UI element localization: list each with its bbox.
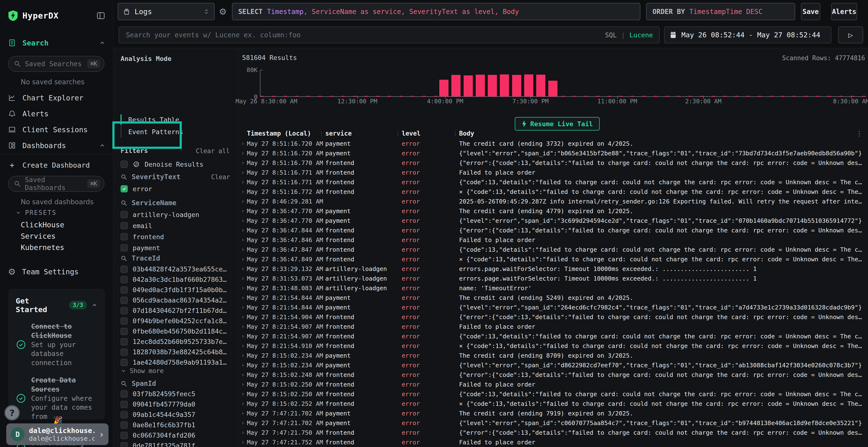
table-row[interactable]: › May 27 8:21:54.844 AM payment error {"… — [239, 303, 868, 312]
filter-option[interactable]: 12ec8dd52b60b9525733b7e… — [121, 337, 231, 347]
row-expand-chevron-icon[interactable]: › — [239, 371, 247, 378]
drag-handle-icon[interactable]: ⋮ — [395, 130, 401, 137]
row-expand-chevron-icon[interactable]: › — [239, 342, 247, 349]
sidebar-item-team-settings[interactable]: ⚙ Team Settings — [8, 265, 105, 278]
table-row[interactable]: › May 27 8:15:02.250 AM frontend error {… — [239, 389, 868, 399]
table-row[interactable]: › May 27 8:21:54.907 AM frontend error {… — [239, 332, 868, 341]
row-expand-chevron-icon[interactable]: › — [239, 198, 247, 205]
row-expand-chevron-icon[interactable]: › — [239, 391, 247, 398]
filter-option[interactable]: 09ab1c4544c9a357 — [121, 409, 231, 420]
row-expand-chevron-icon[interactable]: › — [239, 265, 247, 272]
filter-option[interactable]: 07d184304627bf2f11b67dd… — [121, 305, 231, 316]
column-header-service[interactable]: ⋮service — [325, 130, 402, 137]
row-expand-chevron-icon[interactable]: › — [239, 362, 247, 369]
table-row[interactable]: › May 27 8:21:54.910 AM frontend error ×… — [239, 341, 868, 351]
filter-option[interactable]: artillery-loadgen — [121, 209, 231, 220]
checkbox[interactable] — [121, 222, 128, 229]
table-row[interactable]: › May 27 7:47:21.702 AM payment error {"… — [239, 418, 868, 428]
row-expand-chevron-icon[interactable]: › — [239, 246, 247, 253]
row-expand-chevron-icon[interactable]: › — [239, 256, 247, 263]
table-row[interactable]: › May 27 8:51:16.771 AM frontend error {… — [239, 177, 868, 187]
sidebar-item-dashboards[interactable]: Dashboards — [8, 139, 105, 152]
drag-handle-icon[interactable]: ⋮ — [318, 130, 324, 137]
table-row[interactable]: › May 27 8:15:02.252 AM frontend error ×… — [239, 399, 868, 409]
run-query-button[interactable]: ▷ — [838, 27, 863, 43]
trace-show-more[interactable]: Show more — [121, 366, 231, 376]
row-expand-chevron-icon[interactable]: › — [239, 160, 247, 166]
filter-option[interactable]: 0de781ff325a781f — [121, 441, 231, 447]
sidebar-item-client-sessions[interactable]: Client Sessions — [8, 123, 105, 136]
row-expand-chevron-icon[interactable]: › — [239, 419, 247, 426]
sidebar-item-chart-explorer[interactable]: Chart Explorer — [8, 91, 105, 105]
checkbox[interactable] — [121, 359, 128, 366]
checkbox[interactable] — [121, 211, 128, 218]
table-row[interactable]: › May 27 8:33:29.132 AM artillery-loadge… — [239, 264, 868, 274]
table-row[interactable]: › May 27 8:36:47.849 AM frontend error ×… — [239, 254, 868, 264]
sidebar-item-alerts[interactable]: Alerts — [8, 107, 105, 121]
table-row[interactable]: › May 27 8:31:53.073 AM artillery-loadge… — [239, 274, 868, 283]
filter-option[interactable]: payment — [121, 242, 231, 253]
denoise-results-option[interactable]: Denoise Results — [121, 160, 231, 169]
row-expand-chevron-icon[interactable]: › — [239, 227, 247, 234]
row-expand-chevron-icon[interactable]: › — [239, 439, 247, 446]
table-row[interactable]: › May 27 8:51:16.771 AM frontend error F… — [239, 168, 868, 177]
row-expand-chevron-icon[interactable]: › — [239, 410, 247, 417]
alerts-button[interactable]: Alerts — [831, 3, 857, 20]
table-row[interactable]: › May 27 8:51:16.720 AM payment error {"… — [239, 148, 868, 158]
checkbox[interactable] — [121, 317, 128, 325]
row-expand-chevron-icon[interactable]: › — [239, 314, 247, 320]
table-row[interactable]: › May 27 8:51:16.770 AM frontend error {… — [239, 158, 868, 168]
checkbox[interactable] — [121, 442, 128, 447]
filter-option[interactable]: 042a30c3dc1baf660b27863… — [121, 274, 231, 285]
user-menu[interactable]: D dale@clickhouse.com dale@clickhouse.co… — [6, 423, 108, 445]
checkbox[interactable] — [121, 307, 128, 314]
row-expand-chevron-icon[interactable]: › — [239, 381, 247, 388]
row-expand-chevron-icon[interactable]: › — [239, 275, 247, 282]
row-expand-chevron-icon[interactable]: › — [239, 188, 247, 195]
row-expand-chevron-icon[interactable]: › — [239, 208, 247, 214]
checkbox[interactable] — [121, 348, 128, 356]
table-row[interactable]: › May 27 7:47:21.752 AM frontend error F… — [239, 437, 868, 447]
row-expand-chevron-icon[interactable]: › — [239, 140, 247, 147]
table-row[interactable]: › May 27 8:21:54.907 AM frontend error F… — [239, 322, 868, 332]
row-expand-chevron-icon[interactable]: › — [239, 169, 247, 176]
table-row[interactable]: › May 27 8:15:02.248 AM frontend error {… — [239, 370, 868, 380]
filter-option[interactable]: 03b44828f42a3573ea655ce… — [121, 264, 231, 274]
table-row[interactable]: › May 27 8:15:02.234 AM payment error {"… — [239, 360, 868, 370]
column-header-timestamp[interactable]: Timestamp (Local) — [239, 130, 325, 137]
filter-option[interactable]: 0f94b9befe0b4252ccfa1c8… — [121, 316, 231, 326]
row-expand-chevron-icon[interactable]: › — [239, 429, 247, 436]
preset-item[interactable]: Services — [21, 231, 107, 242]
source-select[interactable]: Logs — [118, 3, 215, 20]
checkbox[interactable] — [121, 233, 128, 240]
filter-option[interactable]: 0ae8e1f6c6b37fb1 — [121, 420, 231, 430]
table-row[interactable]: › May 27 8:36:47.770 AM payment error {"… — [239, 216, 868, 226]
filter-option[interactable]: 09041fb457779da0 — [121, 399, 231, 409]
table-row[interactable]: › May 27 8:21:54.844 AM payment error Th… — [239, 293, 868, 303]
search-icon[interactable] — [121, 174, 127, 180]
row-expand-chevron-icon[interactable]: › — [239, 400, 247, 407]
preset-item[interactable]: ClickHouse — [21, 219, 107, 231]
filter-option[interactable]: 03f7b824595feec5 — [121, 389, 231, 399]
preset-item[interactable]: Kubernetes — [21, 242, 107, 253]
sidebar-item-search[interactable]: Search — [8, 36, 105, 49]
tab-event-patterns[interactable]: Event Patterns — [122, 126, 183, 138]
help-button[interactable]: ? — [4, 405, 20, 420]
filter-option[interactable]: 0c0667304fafd206 — [121, 430, 231, 441]
table-row[interactable]: › May 27 8:36:47.846 AM frontend error F… — [239, 235, 868, 245]
get-started-step[interactable]: Create Data Sources Configure where your… — [16, 376, 98, 421]
get-started-step[interactable]: Connect to ClickHouse Set up your databa… — [16, 322, 98, 368]
severity-filter-option-error[interactable]: error — [121, 183, 231, 194]
source-settings-gear-icon[interactable]: ⚙ — [219, 7, 227, 16]
search-input[interactable] — [125, 31, 600, 39]
table-row[interactable]: › May 27 8:15:02.250 AM frontend error F… — [239, 380, 868, 389]
row-expand-chevron-icon[interactable]: › — [239, 352, 247, 359]
row-expand-chevron-icon[interactable]: › — [239, 323, 247, 330]
checkbox[interactable] — [121, 432, 128, 439]
row-expand-chevron-icon[interactable]: › — [239, 333, 247, 340]
order-by-input[interactable]: ORDER BY TimestampTime DESC — [646, 3, 795, 20]
lucene-toggle[interactable]: Lucene — [629, 31, 653, 39]
tab-results-table[interactable]: Results Table — [122, 114, 183, 126]
table-row[interactable]: › May 27 8:36:47.770 AM payment error Th… — [239, 206, 868, 216]
checked-checkbox[interactable] — [121, 185, 128, 193]
